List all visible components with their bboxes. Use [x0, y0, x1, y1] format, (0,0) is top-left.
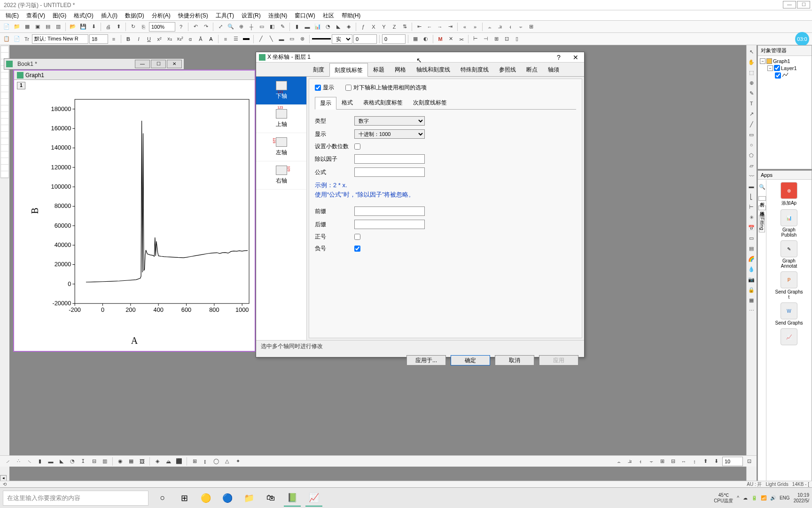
z-label-icon[interactable]: Z — [390, 22, 399, 32]
type-select[interactable]: 数字 — [354, 116, 425, 126]
apps-cat-all[interactable]: 所有 — [758, 196, 766, 201]
bracket-icon[interactable]: ⎣ — [747, 192, 756, 201]
colormap-icon[interactable]: ▤ — [747, 244, 756, 253]
layer-button[interactable]: 1 — [17, 82, 25, 89]
pointer-icon[interactable]: ↖ — [747, 47, 756, 56]
region2-icon[interactable]: ▱ — [747, 161, 756, 170]
tab-scale[interactable]: 刻度 — [308, 63, 329, 76]
graph-titlebar[interactable]: Graph1 — [14, 71, 255, 80]
superscript-icon[interactable]: x² — [155, 34, 164, 44]
gradient-icon[interactable]: ◐ — [421, 34, 430, 44]
layer-visible-check[interactable] — [774, 65, 780, 71]
ruler2-icon[interactable]: ⊣ — [481, 34, 491, 44]
app-add[interactable]: ⊕添加Ap — [775, 182, 803, 206]
line-icon[interactable]: ╱ — [747, 119, 756, 129]
lock-icon[interactable]: 🔒 — [747, 285, 756, 294]
smallcap-icon[interactable]: Å — [196, 34, 205, 44]
dialog-titlebar[interactable]: X 坐标轴 - 图层 1 ? ✕ — [256, 52, 584, 63]
plus-check[interactable] — [354, 234, 360, 240]
first-icon[interactable]: ⇤ — [414, 22, 424, 32]
zoomrect-icon[interactable]: ⬚ — [747, 68, 756, 77]
m-marker-icon[interactable]: M — [436, 34, 445, 44]
bar-icon[interactable]: ▬ — [303, 22, 312, 32]
store-icon[interactable]: 🛍 — [262, 490, 279, 507]
divide-factor-input[interactable] — [354, 154, 425, 164]
scale-icon[interactable]: ⊢ — [747, 202, 756, 212]
duplicate-icon[interactable]: ⎘ — [139, 22, 148, 32]
spacing-input[interactable] — [722, 457, 743, 466]
windows-search[interactable]: 在这里输入你要搜索的内容 — [3, 491, 148, 506]
menu-insert[interactable]: 插入(I) — [97, 10, 121, 20]
arrow-icon[interactable]: ↗ — [747, 109, 756, 119]
print-icon[interactable]: 🖨 — [103, 22, 113, 32]
app-more[interactable]: 📈 — [775, 328, 803, 346]
new-layout-icon[interactable]: ▥ — [54, 22, 63, 32]
alignr-btn[interactable]: ⫞ — [636, 457, 645, 466]
fontcolor-icon[interactable]: A — [206, 34, 216, 44]
pattern-icon[interactable]: ▦ — [411, 34, 420, 44]
check-same-both[interactable]: 对下轴和上轴使用相同的选项 — [345, 84, 427, 92]
collapse-icon[interactable]: − — [760, 58, 765, 64]
tree-root[interactable]: − Graph1 — [760, 58, 810, 64]
excel-icon[interactable]: 📗 — [284, 490, 301, 507]
menu-format[interactable]: 格式(O) — [70, 10, 97, 20]
rescale-icon[interactable]: ⤢ — [216, 22, 225, 32]
menu-graph[interactable]: 图(G) — [49, 10, 70, 20]
spectrum-icon[interactable]: 🌈 — [747, 254, 756, 263]
check-show[interactable]: 显示 — [315, 84, 334, 92]
mask-icon[interactable]: ◧ — [267, 22, 277, 32]
bold-icon[interactable]: B — [124, 34, 133, 44]
tree-plot[interactable] — [760, 71, 810, 79]
image-btn[interactable]: 🖼 — [137, 457, 147, 466]
lineweight-combo[interactable]: 实 — [332, 34, 352, 44]
menu-analysis[interactable]: 分析(A) — [148, 10, 174, 20]
line-color-icon[interactable]: ▬ — [277, 34, 286, 44]
axis-right[interactable]: 123 右轴 — [256, 161, 306, 190]
tab-refline[interactable]: 参照线 — [494, 63, 521, 76]
cross-icon[interactable]: ✕ — [446, 34, 455, 44]
tab-break[interactable]: 断点 — [521, 63, 543, 76]
redo-icon[interactable]: ↷ — [201, 22, 211, 32]
samew-btn[interactable]: ↔ — [679, 457, 688, 466]
ruler1-icon[interactable]: ⊢ — [471, 34, 480, 44]
next-icon[interactable]: → — [435, 22, 445, 32]
aligntop-icon[interactable]: ⫠ — [485, 22, 494, 32]
paste-format-icon[interactable]: 📄 — [12, 34, 22, 44]
apps-search-icon[interactable]: 🔍 — [757, 182, 767, 191]
tab-ticklabels[interactable]: 刻度线标签 — [329, 63, 368, 77]
menu-data[interactable]: 数据(D) — [121, 10, 148, 20]
menu-quickanalysis[interactable]: 快捷分析(S) — [174, 10, 212, 20]
y-label-icon[interactable]: Y — [379, 22, 389, 32]
menu-settings[interactable]: 设置(R) — [238, 10, 265, 20]
app-send-word[interactable]: WSend Graphs — [775, 302, 803, 325]
tree-layer[interactable]: − Layer1 — [760, 64, 810, 71]
menu-connect[interactable]: 连接(N) — [265, 10, 291, 20]
maximize-button[interactable]: ☐ — [797, 1, 810, 8]
area-btn[interactable]: ◣ — [57, 457, 66, 466]
column-btn[interactable]: ▮ — [35, 457, 45, 466]
linescatter-btn[interactable]: ⟍ — [24, 457, 34, 466]
noborder-icon[interactable]: ⊗ — [297, 34, 307, 44]
origin-icon[interactable]: 📈 — [305, 490, 322, 507]
linewidth-input[interactable] — [353, 34, 377, 44]
zoomin-icon[interactable]: 🔍 — [226, 22, 235, 32]
eyedrop-icon[interactable]: 💧 — [747, 264, 756, 274]
line-style-icon[interactable]: ╱ — [256, 34, 265, 44]
alignt-btn[interactable]: ⫟ — [647, 457, 656, 466]
tray-clock[interactable]: 10:192022/5/ — [794, 492, 809, 504]
camera-icon[interactable]: 📷 — [747, 275, 756, 284]
export-icon[interactable]: ⬆ — [114, 22, 123, 32]
tab-rug[interactable]: 轴须 — [543, 63, 564, 76]
graph-window[interactable]: Graph1 1 B A -20000020000400006000080000… — [13, 70, 256, 352]
font-combo[interactable] — [32, 34, 88, 44]
refresh-icon[interactable]: ↻ — [128, 22, 138, 32]
app-annotator[interactable]: ✎Graph Annotat — [775, 240, 803, 269]
aligncenter-icon[interactable]: ☰ — [231, 34, 241, 44]
tray-lang[interactable]: ENG — [780, 495, 790, 500]
apply-button[interactable]: 应用 — [539, 355, 578, 365]
sort-icon[interactable]: ⇅ — [400, 22, 409, 32]
sameh-btn[interactable]: ↕ — [690, 457, 699, 466]
3dbar-btn[interactable]: ⬛ — [174, 457, 184, 466]
button-icon[interactable]: ▭ — [747, 233, 756, 243]
prev-icon[interactable]: ← — [425, 22, 434, 32]
